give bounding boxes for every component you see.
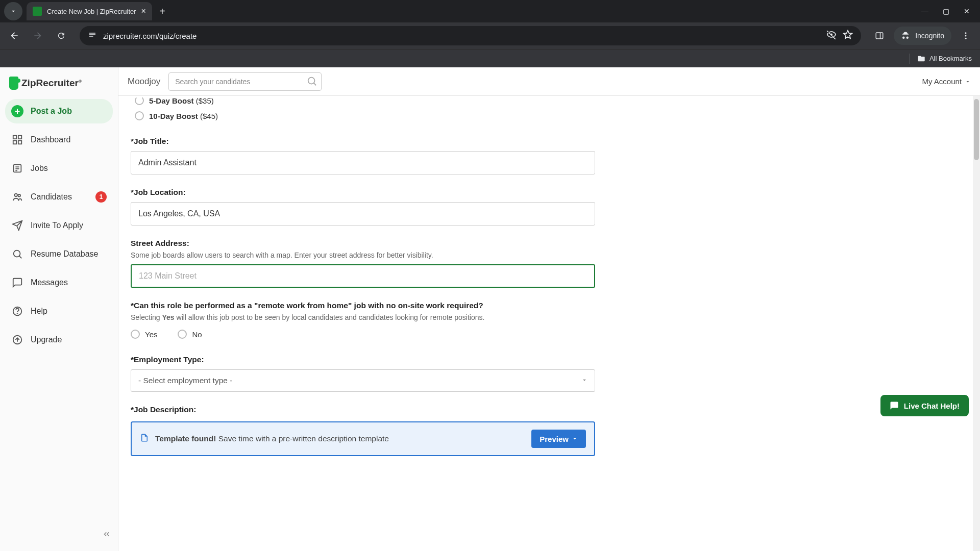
job-description-label: *Job Description: — [131, 405, 595, 414]
incognito-icon — [901, 31, 910, 40]
jobs-icon — [11, 162, 23, 174]
main-content: Moodjoy My Account 5-Day Boost ($35) 10-… — [118, 67, 980, 551]
browser-toolbar: ziprecruiter.com/quiz/create Incognito — [0, 22, 980, 49]
radio-icon — [131, 330, 140, 339]
job-location-input[interactable] — [131, 202, 595, 226]
job-title-label: *Job Title: — [131, 137, 595, 146]
candidates-icon — [11, 191, 23, 203]
candidates-badge: 1 — [95, 191, 107, 203]
job-location-label: *Job Location: — [131, 188, 595, 197]
preview-button[interactable]: Preview — [531, 430, 586, 448]
sidebar-item-label: Post a Job — [31, 107, 72, 116]
sidebar-item-label: Upgrade — [31, 335, 62, 344]
logo[interactable]: ZipRecruiter® — [5, 74, 113, 99]
new-tab-button[interactable]: + — [159, 6, 165, 17]
sidebar-item-post-job[interactable]: + Post a Job — [5, 99, 113, 123]
bookmark-star-icon[interactable] — [843, 30, 853, 42]
incognito-indicator[interactable]: Incognito — [894, 27, 951, 45]
close-window-button[interactable]: ✕ — [964, 7, 970, 15]
all-bookmarks-label: All Bookmarks — [929, 55, 972, 62]
url-text: ziprecruiter.com/quiz/create — [103, 32, 820, 40]
reload-button[interactable] — [52, 27, 70, 45]
svg-point-2 — [965, 32, 967, 34]
address-bar[interactable]: ziprecruiter.com/quiz/create — [80, 26, 861, 45]
field-employment-type: *Employment Type: - Select employment ty… — [131, 355, 595, 392]
incognito-label: Incognito — [915, 32, 944, 40]
street-address-label: Street Address: — [131, 239, 595, 248]
sidebar-item-label: Help — [31, 307, 47, 316]
logo-text: ZipRecruiter® — [21, 78, 82, 89]
boost-10-day-option[interactable]: 10-Day Boost ($45) — [135, 108, 595, 123]
svg-point-14 — [18, 194, 20, 197]
employment-type-label: *Employment Type: — [131, 355, 595, 364]
close-tab-icon[interactable]: × — [141, 7, 146, 16]
site-settings-icon[interactable] — [88, 30, 97, 41]
back-button[interactable] — [5, 27, 23, 45]
side-panel-icon[interactable] — [870, 27, 889, 45]
job-title-input[interactable] — [131, 151, 595, 174]
sidebar-item-resume-database[interactable]: Resume Database — [5, 242, 113, 266]
live-chat-button[interactable]: Live Chat Help! — [880, 395, 969, 416]
tab-title: Create New Job | ZipRecruiter — [47, 8, 136, 15]
boost-5-day-option[interactable]: 5-Day Boost ($35) — [135, 96, 595, 108]
search-button-icon[interactable] — [306, 76, 317, 89]
svg-point-4 — [965, 38, 967, 39]
messages-icon — [11, 277, 23, 289]
search-icon — [11, 248, 23, 260]
chevron-down-icon — [581, 377, 588, 386]
topbar: Moodjoy My Account — [118, 67, 980, 96]
remote-yes-option[interactable]: Yes — [131, 327, 157, 342]
folder-icon — [917, 55, 925, 63]
browser-menu-icon[interactable] — [957, 27, 975, 45]
remote-work-label: *Can this role be performed as a "remote… — [131, 301, 595, 310]
sidebar-item-invite[interactable]: Invite To Apply — [5, 213, 113, 238]
employment-type-select[interactable]: - Select employment type - — [131, 369, 595, 392]
field-job-description: *Job Description: Template found! Save t… — [131, 405, 595, 456]
street-address-input[interactable] — [131, 264, 595, 288]
favicon-icon — [33, 7, 42, 16]
sidebar-item-candidates[interactable]: Candidates 1 — [5, 185, 113, 209]
scrollbar[interactable] — [973, 96, 980, 551]
scrollbar-thumb[interactable] — [974, 99, 979, 160]
chevron-down-icon — [572, 436, 578, 442]
account-menu[interactable]: My Account — [922, 77, 971, 86]
remote-yes-label: Yes — [145, 330, 157, 339]
chevron-down-icon — [965, 79, 971, 85]
sidebar-item-help[interactable]: Help — [5, 299, 113, 323]
sidebar-item-messages[interactable]: Messages — [5, 270, 113, 295]
sidebar-item-label: Jobs — [31, 164, 48, 173]
svg-rect-7 — [13, 141, 16, 144]
sidebar-item-upgrade[interactable]: Upgrade — [5, 328, 113, 352]
svg-point-15 — [14, 251, 20, 257]
plus-circle-icon: + — [11, 105, 23, 117]
sidebar-collapse-button[interactable] — [102, 530, 111, 541]
radio-icon — [135, 96, 144, 105]
field-job-location: *Job Location: — [131, 188, 595, 226]
street-address-help: Some job boards allow users to search wi… — [131, 251, 595, 259]
send-icon — [11, 219, 23, 232]
minimize-button[interactable]: — — [921, 7, 928, 15]
field-job-title: *Job Title: — [131, 137, 595, 174]
forward-button[interactable] — [29, 27, 47, 45]
svg-rect-8 — [18, 141, 21, 144]
bookmarks-divider — [910, 54, 910, 64]
svg-point-3 — [965, 35, 967, 37]
remote-no-option[interactable]: No — [178, 327, 202, 342]
search-input[interactable] — [168, 72, 322, 91]
sidebar-item-jobs[interactable]: Jobs — [5, 156, 113, 181]
tab-search-button[interactable] — [4, 2, 22, 20]
sidebar-item-label: Dashboard — [31, 135, 70, 144]
sidebar-item-dashboard[interactable]: Dashboard — [5, 128, 113, 152]
window-controls: — ▢ ✕ — [921, 7, 980, 15]
template-text: Template found! Save time with a pre-wri… — [155, 434, 389, 443]
form-area: 5-Day Boost ($35) 10-Day Boost ($45) *Jo… — [118, 96, 980, 551]
sidebar-item-label: Resume Database — [31, 249, 99, 259]
incognito-eye-icon[interactable] — [826, 30, 837, 42]
svg-rect-5 — [13, 136, 16, 139]
app-root: ZipRecruiter® + Post a Job Dashboard Job… — [0, 67, 980, 551]
all-bookmarks-button[interactable]: All Bookmarks — [917, 55, 972, 63]
field-remote-work: *Can this role be performed as a "remote… — [131, 301, 595, 342]
upgrade-icon — [11, 334, 23, 346]
maximize-button[interactable]: ▢ — [943, 7, 949, 15]
browser-tab[interactable]: Create New Job | ZipRecruiter × — [27, 2, 152, 20]
